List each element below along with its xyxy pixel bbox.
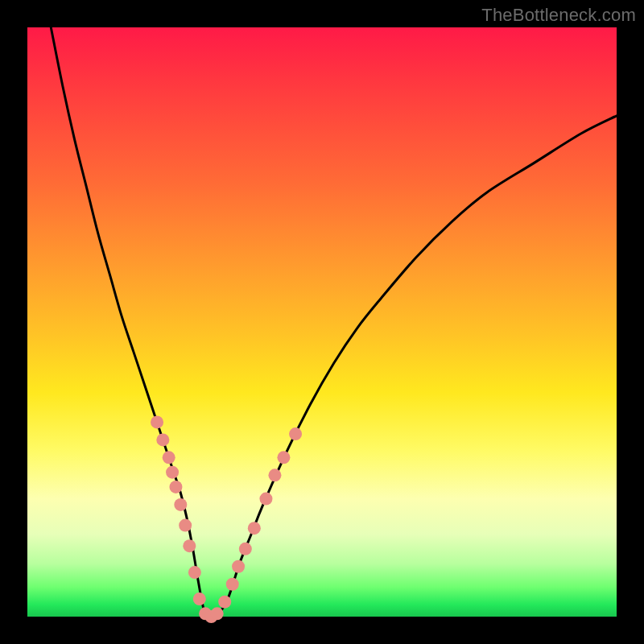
curve-layer: [51, 27, 617, 618]
highlight-marker: [163, 451, 175, 464]
bottleneck-curve: [51, 27, 617, 618]
highlight-marker: [259, 493, 272, 506]
highlight-marker: [174, 498, 187, 511]
highlight-marker: [169, 481, 182, 493]
highlight-marker: [179, 519, 192, 532]
highlight-marker: [166, 466, 179, 479]
highlight-marker: [151, 415, 163, 428]
chart-frame: TheBottleneck.com: [0, 0, 644, 644]
highlight-marker: [193, 592, 206, 605]
plot-area: [27, 27, 617, 617]
highlight-marker: [268, 469, 281, 481]
marker-layer: [151, 415, 302, 623]
highlight-marker: [232, 560, 245, 573]
highlight-marker: [183, 539, 196, 552]
highlight-marker: [239, 543, 252, 555]
highlight-marker: [156, 433, 169, 446]
highlight-marker: [226, 578, 239, 591]
highlight-marker: [277, 451, 290, 464]
highlight-marker: [188, 566, 201, 579]
chart-svg: [27, 27, 617, 617]
watermark-text: TheBottleneck.com: [481, 5, 636, 26]
highlight-marker: [211, 607, 224, 620]
highlight-marker: [289, 427, 302, 440]
highlight-marker: [248, 522, 261, 535]
highlight-marker: [218, 596, 231, 609]
